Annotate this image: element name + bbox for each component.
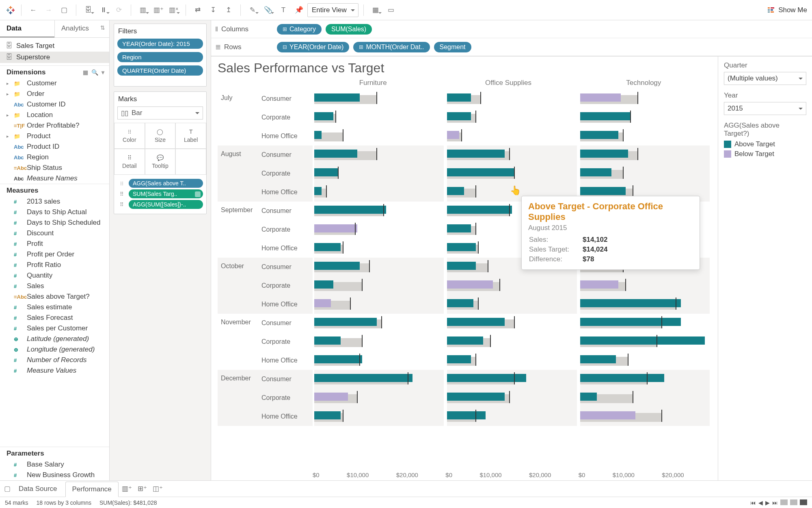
field-item[interactable]: =AbcSales above Target? [0, 291, 109, 302]
datasource-item[interactable]: 🗄Sales Target [0, 40, 109, 52]
field-item[interactable]: AbcRegion [0, 152, 109, 163]
field-item[interactable]: AbcProduct ID [0, 141, 109, 152]
sort-desc-button[interactable]: ↥ [222, 3, 235, 17]
bar-cell[interactable] [447, 389, 577, 407]
tab-data[interactable]: Data [0, 20, 54, 37]
field-item[interactable]: #Profit [0, 239, 109, 249]
clear-sheet-button[interactable]: ▥ˣ [167, 3, 181, 17]
bar-cell[interactable] [447, 332, 577, 351]
bar-cell[interactable] [580, 164, 710, 183]
bar-cell[interactable] [314, 202, 444, 220]
rows-shelf[interactable]: ≣Rows ⊟YEAR(Order Date)⊞MONTH(Order Dat.… [211, 38, 812, 56]
shelf-pill[interactable]: Segment [434, 42, 471, 52]
bar-cell[interactable] [447, 295, 577, 314]
bar-cell[interactable] [447, 145, 577, 164]
highlight-button[interactable]: ✎ [246, 3, 259, 17]
bar-cell[interactable] [447, 314, 577, 332]
forward-button[interactable]: → [42, 3, 56, 17]
bar-cell[interactable] [314, 407, 444, 426]
field-item[interactable]: #Measure Values [0, 365, 109, 376]
bar-cell[interactable] [447, 407, 577, 426]
mark-type-selector[interactable]: ▯▯ Bar [117, 106, 203, 119]
field-item[interactable]: ▸📁Location [0, 110, 109, 120]
bar-cell[interactable] [314, 89, 444, 108]
field-item[interactable]: #Sales per Customer [0, 323, 109, 334]
marks-pill[interactable]: ⁝⁝AGG(Sales above T.. [117, 179, 203, 188]
datasource-tab[interactable]: Data Source [12, 482, 64, 496]
filter-pill[interactable]: QUARTER(Order Date) [117, 65, 203, 76]
bar-cell[interactable] [314, 145, 444, 164]
field-item[interactable]: ⊕Longitude (generated) [0, 344, 109, 355]
bar-cell[interactable] [580, 314, 710, 332]
field-item[interactable]: ▸📁Product [0, 131, 109, 141]
field-item[interactable]: #Days to Ship Scheduled [0, 217, 109, 228]
bar-cell[interactable] [580, 407, 710, 426]
bar-cell[interactable] [314, 389, 444, 407]
field-item[interactable]: #Sales estimate [0, 302, 109, 313]
shelf-pill[interactable]: ⊞Category [277, 24, 322, 35]
new-worksheet-button[interactable]: ▥ [136, 3, 150, 17]
show-cards-button[interactable]: ▦ [369, 3, 382, 17]
sheet-tab-performance[interactable]: Performance [65, 482, 119, 497]
bar-cell[interactable] [314, 370, 444, 389]
field-item[interactable]: ⊕Latitude (generated) [0, 334, 109, 344]
swap-button[interactable]: ⇄ [191, 3, 205, 17]
group-button[interactable]: 📎 [261, 3, 275, 17]
field-item[interactable]: AbcMeasure Names [0, 173, 109, 184]
viz-canvas[interactable]: Sales Performance vs Target Furniture Of… [211, 56, 718, 480]
bar-cell[interactable] [314, 314, 444, 332]
bar-cell[interactable] [447, 351, 577, 370]
field-item[interactable]: #Days to Ship Actual [0, 207, 109, 217]
field-item[interactable]: #Discount [0, 228, 109, 239]
field-item[interactable]: #Profit per Order [0, 249, 109, 260]
marks-pill[interactable]: ⠿SUM(Sales Targ.. [117, 189, 203, 198]
view-sort-icon[interactable] [800, 499, 807, 505]
bar-cell[interactable] [580, 145, 710, 164]
bar-cell[interactable] [314, 295, 444, 314]
search-icon[interactable]: 🔍 [91, 69, 98, 76]
bar-cell[interactable] [580, 295, 710, 314]
nav-first-icon[interactable]: ⏮ [750, 499, 756, 506]
year-filter-select[interactable]: 2015 [724, 102, 806, 115]
bar-cell[interactable] [314, 108, 444, 127]
presentation-mode-button[interactable]: ▭ [384, 3, 398, 17]
bar-cell[interactable] [314, 127, 444, 145]
marks-size-button[interactable]: ◯Size [145, 123, 176, 149]
field-item[interactable]: #Quantity [0, 270, 109, 281]
bar-cell[interactable] [447, 127, 577, 145]
bar-cell[interactable] [314, 183, 444, 202]
bar-cell[interactable] [580, 108, 710, 127]
field-item[interactable]: =T|FOrder Profitable? [0, 120, 109, 131]
bar-cell[interactable] [314, 164, 444, 183]
view-thumb-icon[interactable] [780, 499, 788, 505]
pause-updates-button[interactable]: ⏸ [97, 3, 110, 17]
save-button[interactable]: ▢ [57, 3, 71, 17]
field-item[interactable]: #Profit Ratio [0, 260, 109, 270]
tab-analytics[interactable]: Analytics [54, 20, 109, 37]
field-item[interactable]: #Sales [0, 281, 109, 291]
legend-item[interactable]: Above Target [724, 140, 806, 148]
fit-selector[interactable]: Entire View [307, 3, 358, 17]
new-datasource-button[interactable]: 🗄 [81, 3, 95, 17]
bar-cell[interactable] [314, 276, 444, 295]
field-item[interactable]: #Number of Records [0, 355, 109, 365]
back-button[interactable]: ← [26, 3, 40, 17]
shelf-pill[interactable]: SUM(Sales) [326, 24, 372, 35]
bar-cell[interactable] [580, 332, 710, 351]
marks-color-button[interactable]: ⁝⁝Color [114, 123, 145, 149]
bar-cell[interactable] [314, 332, 444, 351]
bar-cell[interactable] [447, 276, 577, 295]
bar-cell[interactable] [580, 351, 710, 370]
quarter-filter-select[interactable]: (Multiple values) [724, 72, 806, 85]
field-item[interactable]: #Sales Forecast [0, 313, 109, 323]
bar-cell[interactable] [314, 220, 444, 239]
new-dashboard-button[interactable]: ⊞⁺ [136, 482, 149, 496]
bar-cell[interactable] [314, 351, 444, 370]
bar-cell[interactable] [447, 108, 577, 127]
filter-pill[interactable]: YEAR(Order Date): 2015 [117, 39, 203, 49]
nav-next-icon[interactable]: ▶ [765, 499, 770, 506]
bar-cell[interactable] [580, 127, 710, 145]
menu-icon[interactable]: ▾ [102, 69, 104, 76]
field-item[interactable]: =AbcShip Status [0, 163, 109, 173]
bar-cell[interactable] [580, 276, 710, 295]
